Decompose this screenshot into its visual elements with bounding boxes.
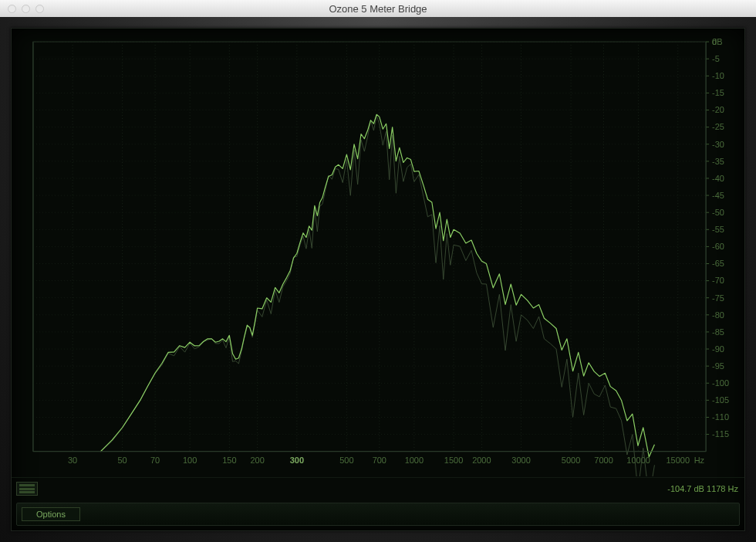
- bar-icon: [19, 484, 35, 486]
- options-bar: Options: [16, 503, 740, 526]
- svg-text:-55: -55: [712, 225, 724, 234]
- svg-text:-5: -5: [712, 54, 720, 63]
- svg-text:-10: -10: [712, 71, 724, 80]
- cursor-readout: -104.7 dB 1178 Hz: [667, 484, 738, 493]
- svg-text:2000: 2000: [472, 456, 491, 465]
- svg-text:1500: 1500: [444, 456, 463, 465]
- svg-text:15000: 15000: [667, 456, 690, 465]
- svg-text:Hz: Hz: [694, 456, 704, 465]
- svg-text:300: 300: [290, 456, 304, 465]
- svg-text:5000: 5000: [562, 456, 580, 465]
- svg-text:-110: -110: [712, 413, 729, 422]
- svg-text:-35: -35: [712, 157, 724, 166]
- svg-text:150: 150: [222, 456, 236, 465]
- svg-text:-60: -60: [712, 242, 724, 251]
- plugin-body: 0-5-10-15-20-25-30-35-40-45-50-55-60-65-…: [0, 17, 756, 542]
- plugin-inner: 0-5-10-15-20-25-30-35-40-45-50-55-60-65-…: [11, 28, 745, 531]
- bar-icon: [19, 491, 35, 493]
- window-titlebar: Ozone 5 Meter Bridge: [0, 0, 756, 18]
- svg-text:200: 200: [251, 456, 265, 465]
- close-icon[interactable]: [8, 5, 16, 13]
- svg-text:-115: -115: [712, 430, 729, 439]
- svg-text:500: 500: [339, 456, 353, 465]
- svg-text:10000: 10000: [626, 456, 650, 465]
- svg-text:-25: -25: [712, 123, 724, 132]
- svg-text:-15: -15: [712, 88, 724, 97]
- spectrum-chart[interactable]: 0-5-10-15-20-25-30-35-40-45-50-55-60-65-…: [12, 29, 744, 476]
- options-button[interactable]: Options: [22, 507, 80, 521]
- svg-text:-40: -40: [712, 174, 724, 183]
- svg-text:7000: 7000: [594, 456, 613, 465]
- svg-text:700: 700: [373, 456, 386, 465]
- svg-text:-85: -85: [712, 327, 724, 337]
- svg-text:-70: -70: [712, 276, 724, 286]
- zoom-icon[interactable]: [35, 5, 44, 13]
- svg-text:-75: -75: [712, 293, 724, 303]
- svg-text:-105: -105: [712, 395, 729, 405]
- window-title: Ozone 5 Meter Bridge: [0, 3, 756, 15]
- svg-text:-100: -100: [712, 378, 729, 388]
- svg-text:3000: 3000: [511, 456, 530, 465]
- minimize-icon[interactable]: [22, 5, 30, 13]
- svg-text:100: 100: [183, 456, 197, 465]
- svg-text:-65: -65: [712, 259, 724, 269]
- svg-text:-45: -45: [712, 191, 724, 200]
- svg-text:-50: -50: [712, 208, 724, 217]
- svg-text:-20: -20: [712, 106, 724, 115]
- svg-text:70: 70: [150, 456, 160, 465]
- readout-db: -104.7 dB: [667, 484, 704, 493]
- readout-hz: 1178 Hz: [707, 484, 738, 493]
- svg-text:dB: dB: [712, 37, 722, 46]
- svg-text:50: 50: [118, 456, 127, 465]
- bar-icon: [19, 488, 35, 490]
- view-mode-toggle[interactable]: [16, 482, 38, 496]
- svg-text:-90: -90: [712, 344, 724, 354]
- svg-rect-0: [33, 42, 706, 452]
- svg-text:-80: -80: [712, 310, 724, 320]
- svg-text:30: 30: [68, 456, 77, 465]
- chart-footer: -104.7 dB 1178 Hz: [12, 477, 744, 500]
- svg-text:-95: -95: [712, 361, 724, 371]
- svg-text:1000: 1000: [405, 456, 424, 465]
- svg-text:-30: -30: [712, 140, 724, 149]
- traffic-lights: [0, 5, 44, 13]
